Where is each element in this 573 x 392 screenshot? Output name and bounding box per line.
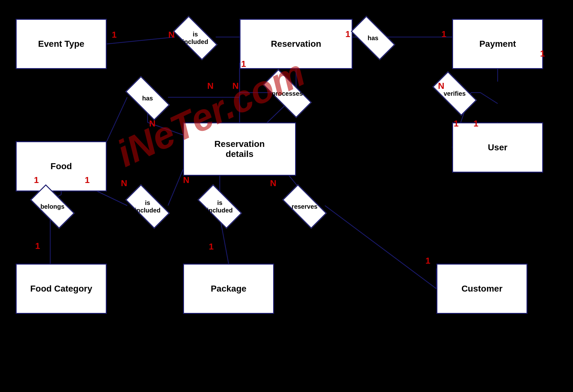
diamond-is-included-mid: isincluded	[126, 195, 170, 218]
card-9: N	[438, 81, 444, 91]
card-3: 1	[241, 59, 246, 69]
diamond-is-included-top-label: isincluded	[182, 30, 208, 46]
entity-package-label: Package	[211, 284, 246, 294]
card-2: N	[168, 30, 175, 40]
svg-line-22	[168, 169, 183, 206]
svg-line-26	[325, 206, 436, 289]
entity-reservation-details: Reservation details	[183, 122, 296, 176]
card-11: 1	[473, 119, 478, 129]
card-6: 1	[540, 49, 545, 59]
card-8: N	[232, 81, 239, 91]
card-1: 1	[112, 30, 117, 40]
diamond-reserves: reserves	[283, 195, 327, 218]
diamond-has-top-label: has	[368, 34, 378, 42]
er-diagram: Event Type Reservation Payment Food Rese…	[0, 0, 573, 392]
diamond-is-included-bot: isincluded	[198, 195, 242, 218]
entity-reservation-label: Reservation	[271, 39, 321, 49]
entity-reservation-details-label: Reservation details	[214, 139, 265, 159]
entity-event-type-label: Event Type	[38, 39, 84, 49]
card-4: 1	[345, 29, 350, 39]
card-18: 1	[209, 242, 214, 252]
svg-line-0	[107, 37, 175, 44]
card-16: N	[183, 175, 189, 185]
diamond-has-top: has	[353, 26, 393, 50]
entity-payment-label: Payment	[479, 39, 516, 49]
entity-customer-label: Customer	[462, 284, 503, 294]
diamond-is-included-bot-label: isincluded	[207, 199, 233, 214]
entity-user: User	[452, 122, 543, 173]
entity-food-category-label: Food Category	[30, 284, 92, 294]
diamond-reserves-label: reserves	[292, 203, 317, 210]
entity-reservation: Reservation	[240, 19, 353, 69]
diamond-processes: processes	[262, 82, 312, 105]
card-17: N	[270, 178, 276, 188]
entity-payment: Payment	[452, 19, 543, 69]
diamond-has-mid: has	[127, 86, 168, 110]
svg-line-15	[107, 97, 127, 141]
diamond-is-included-mid-label: isincluded	[135, 199, 160, 214]
card-10: N	[149, 119, 155, 129]
entity-customer: Customer	[436, 264, 527, 314]
entity-package: Package	[183, 264, 274, 314]
card-13: 1	[34, 175, 39, 185]
diamond-processes-label: processes	[272, 90, 303, 97]
card-12: 1	[454, 119, 459, 129]
card-14: 1	[85, 175, 90, 185]
card-5: 1	[441, 29, 446, 39]
diamond-belongs: belongs	[30, 195, 74, 218]
card-7: N	[207, 81, 214, 91]
diamond-belongs-label: belongs	[41, 203, 65, 210]
entity-user-label: User	[488, 142, 507, 153]
diamond-has-mid-label: has	[142, 94, 153, 102]
card-20: 1	[35, 241, 40, 251]
entity-food-category: Food Category	[16, 264, 107, 314]
card-15: N	[121, 178, 127, 188]
svg-line-10	[480, 93, 498, 104]
entity-food: Food	[16, 141, 107, 191]
entity-event-type: Event Type	[16, 19, 107, 69]
entity-food-label: Food	[51, 161, 72, 171]
diamond-verifies-label: verifies	[444, 90, 466, 97]
card-19: 1	[425, 256, 430, 266]
diamond-is-included-top: isincluded	[173, 26, 217, 50]
